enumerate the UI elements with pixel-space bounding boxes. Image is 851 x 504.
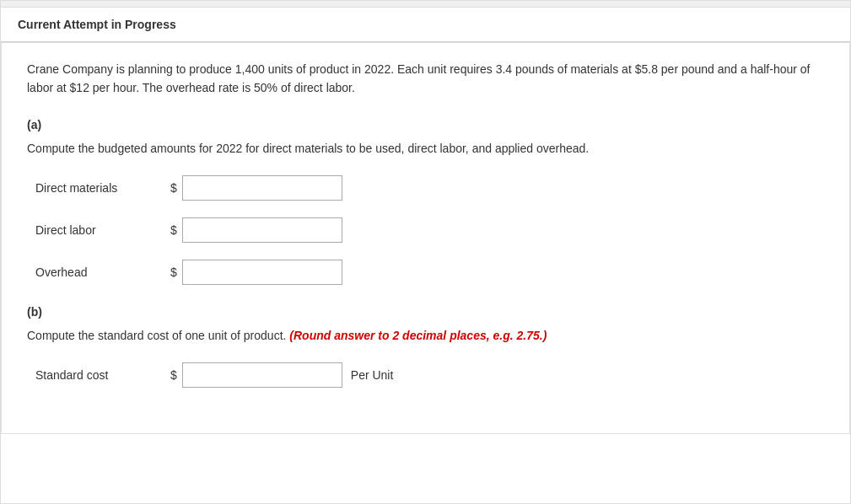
section-b-instruction: Compute the standard cost of one unit of…: [27, 329, 824, 342]
direct-labor-row: Direct labor $: [27, 217, 824, 243]
direct-materials-input[interactable]: [182, 175, 342, 201]
overhead-row: Overhead $: [27, 260, 824, 285]
problem-description: Crane Company is planning to produce 1,4…: [27, 60, 824, 98]
standard-cost-label: Standard cost: [35, 368, 170, 382]
direct-labor-label: Direct labor: [35, 223, 170, 237]
content-area: Crane Company is planning to produce 1,4…: [1, 42, 850, 434]
section-b: (b) Compute the standard cost of one uni…: [27, 305, 824, 388]
direct-labor-input[interactable]: [182, 217, 342, 243]
direct-materials-dollar: $: [170, 181, 177, 195]
standard-cost-input[interactable]: [182, 362, 342, 388]
section-b-italic-text: (Round answer to 2 decimal places, e.g. …: [289, 329, 547, 342]
direct-labor-dollar: $: [170, 223, 177, 237]
section-b-plain-text: Compute the standard cost of one unit of…: [27, 329, 286, 342]
top-decorative-bar: [1, 1, 850, 8]
standard-cost-dollar: $: [170, 368, 177, 382]
overhead-label: Overhead: [35, 265, 170, 279]
overhead-input[interactable]: [182, 260, 342, 285]
section-b-label: (b): [27, 305, 824, 319]
per-unit-label: Per Unit: [351, 368, 394, 382]
section-a-instruction: Compute the budgeted amounts for 2022 fo…: [27, 142, 824, 155]
direct-materials-label: Direct materials: [35, 181, 170, 195]
direct-materials-row: Direct materials $: [27, 175, 824, 201]
overhead-dollar: $: [170, 265, 177, 279]
section-a: (a) Compute the budgeted amounts for 202…: [27, 118, 824, 285]
standard-cost-row: Standard cost $ Per Unit: [27, 362, 824, 388]
section-a-label: (a): [27, 118, 824, 131]
current-attempt-header: Current Attempt in Progress: [1, 8, 850, 42]
header-title: Current Attempt in Progress: [18, 18, 176, 31]
